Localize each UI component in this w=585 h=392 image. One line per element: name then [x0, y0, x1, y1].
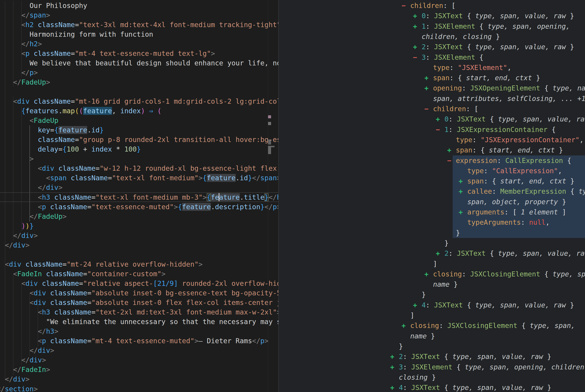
code-line[interactable]: <h2 className="text-3xl md:text-4xl font… — [0, 20, 278, 30]
code-line[interactable]: </div> — [0, 231, 38, 240]
ast-row[interactable]: } — [456, 228, 460, 238]
code-line[interactable]: </section> — [0, 384, 38, 392]
collapse-icon[interactable]: − — [424, 104, 428, 114]
ast-row[interactable]: name } — [410, 331, 435, 341]
ast-row[interactable]: +0: JSXText { type, span, value, raw } — [444, 114, 585, 124]
code-line[interactable]: <div className="w-12 h-12 rounded-xl bg-… — [0, 164, 278, 173]
code-line[interactable]: delay={100 + index * 100} — [0, 144, 141, 154]
overview-mark[interactable] — [268, 147, 271, 154]
ast-row[interactable]: +3: JSXElement { type, span, opening, ch… — [399, 362, 585, 372]
code-line[interactable]: </FadeUp> — [0, 78, 50, 87]
expand-icon[interactable]: + — [390, 382, 394, 392]
ast-row[interactable]: typeArguments: null, — [467, 217, 550, 228]
ast-row[interactable]: +callee: MemberExpression { type, — [467, 186, 585, 196]
code-line[interactable]: </div> — [0, 183, 63, 192]
code-line[interactable]: </div> — [0, 374, 30, 384]
code-line[interactable]: </div> — [0, 355, 46, 365]
ast-row[interactable]: +arguments: [ 1 element ] — [467, 207, 566, 217]
ast-row[interactable]: closing } — [399, 372, 436, 382]
ast-row[interactable]: ] — [410, 310, 414, 320]
collapse-icon[interactable]: − — [436, 124, 440, 135]
ast-row[interactable]: } — [444, 238, 449, 248]
code-line[interactable]: {features.map((feature, index) ⇒ ( — [0, 106, 162, 116]
ast-row[interactable]: −3: JSXElement { — [422, 52, 483, 62]
code-line[interactable]: <p className="text-essence-muted">{featu… — [0, 202, 278, 212]
ast-row[interactable]: type: "JSXElement", — [433, 62, 511, 73]
ast-row[interactable]: +0: JSXText { type, span, value, raw } — [422, 11, 574, 21]
code-line[interactable]: "We eliminate the unnecessary so that th… — [0, 317, 278, 326]
code-line[interactable]: key={feature.id} — [0, 125, 104, 135]
code-line[interactable]: </h2> — [0, 39, 42, 49]
code-line[interactable]: </FadeUp> — [0, 212, 67, 221]
expand-icon[interactable]: + — [390, 352, 394, 362]
expand-icon[interactable]: + — [459, 186, 463, 196]
code-line[interactable]: Our Philosophy — [0, 1, 87, 10]
ast-row[interactable]: +span: { start, end, ctxt } — [456, 145, 563, 155]
overview-mark[interactable] — [268, 140, 271, 144]
ast-row[interactable]: +2: JSXText { type, span, value, raw } — [444, 248, 585, 258]
code-line[interactable]: <span className="text-xl font-medium">{f… — [0, 173, 278, 183]
collapse-icon[interactable]: − — [413, 52, 417, 62]
ast-row[interactable]: +1: JSXElement { type, span, opening, — [422, 21, 570, 32]
expand-icon[interactable]: + — [413, 11, 417, 21]
code-line[interactable]: <FadeIn className="container-custom"> — [0, 269, 166, 279]
expand-icon[interactable]: + — [424, 269, 428, 279]
expand-icon[interactable]: + — [413, 42, 417, 52]
overview-mark[interactable] — [268, 122, 271, 125]
expand-icon[interactable]: + — [413, 300, 417, 310]
ast-row[interactable]: type: "JSXExpressionContainer", — [456, 135, 584, 145]
ast-row[interactable]: span, object, property } — [467, 197, 566, 207]
ast-row[interactable]: +4: JSXText { type, span, value, raw } — [422, 300, 574, 310]
code-line[interactable]: We believe that beautiful design should … — [0, 58, 278, 68]
ast-row[interactable]: +closing: JSXClosingElement { type, span… — [433, 269, 585, 279]
code-line[interactable]: className="group p-8 rounded-2xl transit… — [0, 135, 278, 144]
code-editor-pane[interactable]: Our Philosophy </span> <h2 className="te… — [0, 0, 278, 392]
code-line[interactable]: </div> — [0, 240, 30, 250]
ast-row[interactable]: +span: { start, end, ctxt } — [433, 73, 540, 83]
code-line[interactable]: <div className="mt-16 grid grid-cols-1 m… — [0, 97, 278, 106]
expand-icon[interactable]: + — [424, 73, 428, 83]
collapse-icon[interactable]: − — [447, 156, 451, 166]
code-line[interactable]: <div className="absolute inset-0 flex fl… — [0, 298, 278, 308]
code-line[interactable]: <p className="mt-4 text-essence-muted te… — [0, 49, 215, 58]
ast-row[interactable]: −1: JSXExpressionContainer { — [444, 124, 556, 135]
ast-row[interactable]: span, attributes, selfClosing, ... +1 } — [433, 94, 585, 104]
expand-icon[interactable]: + — [447, 145, 451, 155]
overview-mark[interactable] — [268, 115, 271, 118]
pane-divider[interactable] — [278, 0, 279, 392]
code-line[interactable]: <FadeUp — [0, 116, 58, 125]
ast-row[interactable]: +opening: JSXOpeningElement { type, name… — [433, 83, 585, 93]
expand-icon[interactable]: + — [390, 362, 394, 372]
code-line[interactable]: <div className="relative aspect-[21/9] r… — [0, 279, 278, 288]
ast-row[interactable]: name } — [433, 279, 458, 290]
ast-row[interactable]: } — [399, 341, 403, 352]
ast-row[interactable]: −children: [ — [433, 104, 478, 114]
code-line[interactable]: <p className="mt-4 text-essence-muted">—… — [0, 336, 268, 346]
ast-row[interactable]: children, closing } — [422, 32, 500, 42]
ast-row[interactable]: type: "CallExpression", — [467, 166, 562, 176]
ast-row[interactable]: +span: { start, end, ctxt } — [467, 176, 574, 186]
ast-row[interactable]: } — [422, 290, 426, 300]
code-line[interactable]: </p> — [0, 68, 38, 78]
expand-icon[interactable]: + — [436, 248, 440, 258]
ast-row[interactable]: −children: [ — [410, 0, 456, 11]
ast-row[interactable]: +closing: JSXClosingElement { type, span… — [410, 320, 575, 331]
ast-row[interactable]: +2: JSXText { type, span, value, raw } — [422, 42, 574, 52]
code-line[interactable]: ))} — [0, 221, 34, 231]
code-line[interactable]: > — [0, 154, 34, 164]
code-line[interactable]: </span> — [0, 10, 50, 20]
expand-icon[interactable]: + — [459, 176, 463, 186]
ast-row[interactable]: ] — [433, 259, 437, 269]
expand-icon[interactable]: + — [424, 83, 428, 93]
code-line[interactable]: </FadeIn> — [0, 365, 50, 374]
expand-icon[interactable]: + — [402, 320, 406, 331]
ast-row[interactable]: −expression: CallExpression { — [456, 156, 571, 166]
ast-row[interactable]: +4: JSXText { type, span, value, raw } — [399, 382, 551, 392]
collapse-icon[interactable]: − — [402, 0, 406, 11]
code-line[interactable]: </div> — [0, 346, 54, 355]
code-line[interactable]: Harmonizing form with function — [0, 30, 153, 39]
code-line[interactable]: <div className="mt-24 relative overflow-… — [0, 260, 203, 269]
code-line[interactable]: <div className="absolute inset-0 bg-esse… — [0, 288, 278, 298]
expand-icon[interactable]: + — [413, 21, 417, 32]
code-line[interactable]: <h3 className="text-2xl md:text-3xl font… — [0, 308, 278, 317]
